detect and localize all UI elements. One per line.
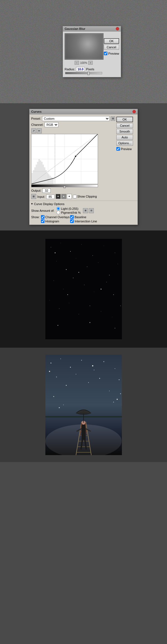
svg-point-92	[56, 377, 57, 378]
intersection-checkbox[interactable]	[70, 219, 74, 223]
grid-4-icon[interactable]: ⊞	[83, 208, 88, 213]
curve-canvas[interactable]	[31, 134, 98, 184]
svg-point-87	[70, 367, 71, 368]
pigment-radio[interactable]	[57, 211, 60, 214]
svg-rect-17	[45, 170, 47, 184]
svg-point-38	[109, 275, 110, 275]
smooth-button[interactable]: Smooth	[116, 129, 133, 134]
svg-rect-7	[31, 173, 33, 184]
grid-10-icon[interactable]: ⊟	[89, 208, 94, 213]
svg-point-51	[90, 306, 90, 306]
gaussian-titlebar: Gaussian Blur	[63, 26, 121, 32]
baseline-checkbox[interactable]	[70, 215, 74, 219]
svg-point-99	[53, 396, 54, 397]
curves-main: Preset: Custom ⚙ Channel: RGB ↗ ✏	[30, 114, 137, 201]
radius-input[interactable]	[76, 67, 85, 71]
svg-point-100	[63, 405, 64, 405]
options-button[interactable]: Options...	[116, 141, 133, 146]
preview-label: Preview	[108, 52, 119, 55]
curves-section: Curves Preset: Custom ⚙ Channel: RG	[0, 103, 167, 230]
radius-label: Radius:	[65, 68, 75, 71]
intersection-item: Intersection Line	[70, 219, 99, 223]
curve-point-tool[interactable]: ↗	[31, 128, 36, 133]
show-clipping-checkbox[interactable]	[73, 195, 77, 198]
snow-photo	[45, 355, 122, 455]
gaussian-body: − 100% + Radius: Pixels OK Cancel	[63, 32, 121, 77]
svg-point-96	[99, 378, 100, 379]
output-input[interactable]	[42, 188, 51, 193]
histogram-item: Histogram	[41, 219, 70, 223]
svg-point-59	[89, 322, 90, 323]
svg-point-106	[59, 407, 60, 408]
cdo-title-row[interactable]: ▾ Curve Display Options	[31, 202, 136, 206]
svg-point-61	[57, 325, 58, 326]
curves-preview-checkbox[interactable]	[116, 147, 120, 151]
intersection-label: Intersection Line	[75, 220, 97, 223]
channel-overlays-checkbox[interactable]	[41, 215, 45, 219]
zoom-in-icon[interactable]: +	[88, 61, 93, 65]
gradient-thumb[interactable]	[63, 186, 66, 188]
svg-rect-13	[40, 160, 41, 184]
channel-select[interactable]: RGB	[45, 122, 58, 127]
svg-point-47	[49, 300, 50, 300]
svg-point-88	[81, 360, 82, 361]
channel-label: Channel:	[31, 123, 43, 126]
curves-dialog: Curves Preset: Custom ⚙ Channel: RG	[29, 109, 138, 225]
curve-draw-tool[interactable]: ✏	[37, 128, 42, 133]
svg-point-50	[78, 314, 79, 314]
svg-point-31	[104, 246, 104, 246]
preview-checkbox[interactable]	[104, 52, 107, 55]
svg-point-86	[60, 359, 61, 359]
pigment-radio-item: Pigment/Ink %	[57, 211, 81, 214]
zoom-out-icon[interactable]: −	[75, 61, 79, 65]
svg-point-39	[117, 264, 118, 264]
pigment-label: Pigment/Ink %	[61, 211, 81, 214]
radius-slider-row	[65, 72, 103, 75]
svg-rect-18	[47, 173, 48, 184]
auto-button[interactable]: Auto	[116, 135, 133, 140]
checkboxes-group: Channel Overlays Baseline Histogram Inte…	[41, 215, 99, 223]
svg-rect-25	[45, 239, 122, 339]
svg-point-91	[115, 368, 115, 369]
grid-buttons: ⊞ ⊟	[83, 208, 94, 213]
curves-left-panel: Preset: Custom ⚙ Channel: RGB ↗ ✏	[31, 116, 115, 199]
cdo-arrow-icon: ▾	[31, 202, 33, 206]
input-field[interactable]	[46, 194, 55, 199]
white-point-sampler[interactable]: ✦	[67, 194, 72, 199]
preset-select[interactable]: Custom	[42, 116, 110, 121]
svg-point-104	[92, 365, 93, 366]
dark-photo-section	[0, 230, 167, 348]
dark-photo	[45, 239, 122, 339]
svg-point-103	[49, 371, 50, 372]
curves-cancel-button[interactable]: Cancel	[116, 123, 133, 128]
curves-close-icon[interactable]	[132, 110, 136, 113]
edit-points-icon[interactable]: ⊞	[31, 194, 36, 199]
svg-point-98	[119, 379, 119, 380]
curves-ok-button[interactable]: OK	[116, 117, 133, 122]
svg-rect-11	[37, 162, 38, 184]
histogram-checkbox[interactable]	[41, 219, 45, 223]
channel-overlays-label: Channel Overlays	[45, 215, 70, 219]
svg-point-57	[100, 289, 101, 289]
gray-point-sampler[interactable]: ✦	[61, 194, 66, 199]
black-point-sampler[interactable]: ✦	[56, 194, 61, 199]
svg-point-95	[88, 382, 89, 383]
gaussian-title: Gaussian Blur	[65, 27, 85, 30]
ok-button[interactable]: OK	[104, 38, 119, 44]
gaussian-buttons: OK Cancel Preview	[104, 38, 119, 55]
gaussian-preview	[65, 33, 104, 60]
show-amount-row: Show Amount of: Light (0-255) Pigment/In…	[31, 207, 136, 214]
radius-slider[interactable]	[65, 72, 102, 74]
show-amount-label: Show Amount of:	[31, 209, 54, 212]
svg-point-58	[67, 294, 68, 295]
light-radio[interactable]	[57, 207, 60, 210]
channel-overlays-item: Channel Overlays	[41, 215, 70, 219]
gaussian-dialog: Gaussian Blur − 100% + Radius: Pixels	[63, 26, 121, 77]
show-clipping-label: Show Clipping	[77, 195, 97, 198]
curve-display-options: ▾ Curve Display Options Show Amount of: …	[30, 201, 137, 225]
svg-point-28	[70, 251, 71, 252]
close-icon[interactable]	[116, 27, 119, 30]
svg-point-85	[50, 363, 51, 364]
gear-icon[interactable]: ⚙	[111, 116, 115, 121]
cancel-button[interactable]: Cancel	[104, 45, 119, 50]
